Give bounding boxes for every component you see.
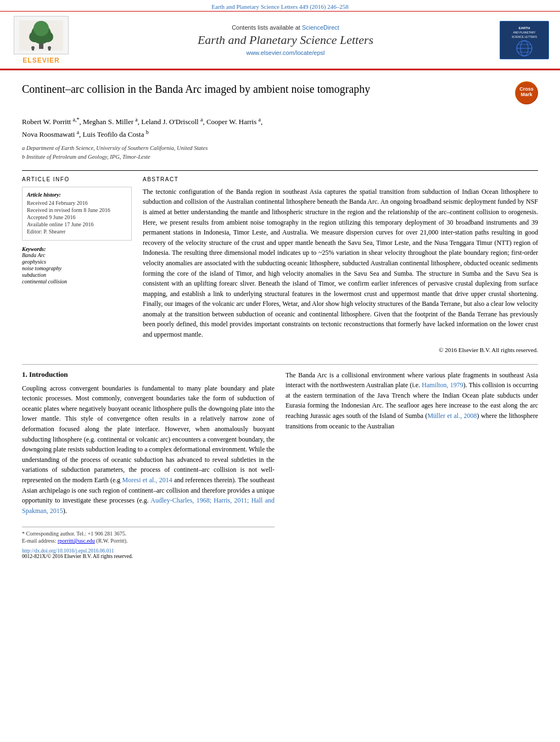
- svg-rect-9: [48, 49, 51, 51]
- journal-title-area: Contents lists available at ScienceDirec…: [82, 24, 489, 56]
- affiliation-b: b Institute of Petroleum and Geology, IP…: [22, 153, 538, 161]
- intro-paragraph-2: The Banda Arc is a collisional environme…: [285, 370, 538, 432]
- keywords-label: Keywords:: [22, 246, 46, 252]
- svg-text:SCIENCE LETTERS: SCIENCE LETTERS: [512, 35, 537, 38]
- article-history-box: Article history: Received 24 February 20…: [22, 187, 132, 241]
- intro-paragraph-1: Coupling across convergent boundaries is…: [22, 383, 275, 516]
- sciencedirect-link[interactable]: ScienceDirect: [302, 24, 339, 31]
- earth-logo: EARTH AND PLANETARY SCIENCE LETTERS: [500, 21, 549, 59]
- editor-line: Editor: P. Shearer: [27, 228, 127, 235]
- main-text-left: 1. Introduction Coupling across converge…: [22, 370, 275, 560]
- article-main-text: 1. Introduction Coupling across converge…: [22, 364, 538, 560]
- svg-text:Cross: Cross: [519, 86, 534, 92]
- contents-list-text: Contents lists available at ScienceDirec…: [82, 24, 489, 31]
- doi-line: http://dx.doi.org/10.1016/j.epsl.2016.06…: [22, 548, 275, 554]
- crossmark-logo: Cross Mark: [515, 81, 538, 104]
- svg-text:EARTH: EARTH: [519, 26, 530, 30]
- journal-title: Earth and Planetary Science Letters: [82, 33, 489, 47]
- svg-point-5: [33, 21, 49, 36]
- affil-super-b: b: [146, 129, 149, 135]
- accepted-date: Accepted 9 June 2016: [27, 214, 127, 220]
- footer-bottom: http://dx.doi.org/10.1016/j.epsl.2016.06…: [22, 548, 275, 559]
- affiliations: a Department of Earth Science, Universit…: [22, 144, 538, 161]
- affil-super-a3: a: [200, 116, 203, 122]
- title-section: Continent–arc collision in the Banda Arc…: [22, 81, 538, 109]
- crossmark-icon: Cross Mark: [515, 81, 538, 104]
- available-date: Available online 17 June 2016: [27, 221, 127, 227]
- keyword-1: Banda Arc: [22, 252, 132, 258]
- article-info-abstract-section: ARTICLE INFO Article history: Received 2…: [22, 170, 538, 353]
- affil-super-a5: a: [77, 129, 79, 135]
- ref-hamilton[interactable]: Hamilton, 1979: [422, 381, 463, 389]
- affiliation-a: a Department of Earth Science, Universit…: [22, 144, 538, 153]
- keyword-2: geophysics: [22, 259, 132, 265]
- article-title: Continent–arc collision in the Banda Arc…: [22, 81, 504, 97]
- svg-text:AND PLANETARY: AND PLANETARY: [513, 31, 536, 34]
- affil-super-a2: a: [135, 116, 137, 122]
- abstract-text: The tectonic configuration of the Banda …: [143, 187, 538, 340]
- keyword-3: noise tomography: [22, 265, 132, 271]
- earth-logo-svg: EARTH AND PLANETARY SCIENCE LETTERS: [502, 23, 546, 58]
- issn-line: 0012-821X/© 2016 Elsevier B.V. All right…: [22, 554, 275, 559]
- email-link[interactable]: rporritt@usc.edu: [58, 538, 95, 544]
- copyright-line: © 2016 Elsevier B.V. All rights reserved…: [143, 347, 538, 353]
- footnote-email: E-mail address: rporritt@usc.edu (R.W. P…: [22, 538, 275, 544]
- revised-date: Received in revised form 8 June 2016: [27, 207, 127, 213]
- doi-link[interactable]: http://dx.doi.org/10.1016/j.epsl.2016.06…: [22, 548, 114, 554]
- main-text-right: The Banda Arc is a collisional environme…: [285, 370, 538, 560]
- ref-audley[interactable]: Audley-Charles, 1968; Harris, 2011; Hall…: [22, 496, 275, 515]
- keyword-5: continental collision: [22, 278, 132, 284]
- elsevier-brand-text: ELSEVIER: [23, 57, 59, 64]
- received-date: Received 24 February 2016: [27, 200, 127, 206]
- article-info-heading: ARTICLE INFO: [22, 176, 132, 182]
- affil-super-a: a,*: [72, 116, 79, 122]
- authors-line: Robert W. Porritt a,*, Meghan S. Miller …: [22, 115, 538, 141]
- footnote-area: * Corresponding author. Tel.: +1 906 281…: [22, 527, 275, 544]
- svg-rect-7: [32, 49, 34, 51]
- journal-url[interactable]: www.elsevier.com/locate/epsl: [82, 49, 489, 56]
- article-body: Continent–arc collision in the Banda Arc…: [0, 70, 560, 570]
- journal-header: ELSEVIER Contents lists available at Sci…: [0, 12, 560, 70]
- footnote-corresponding: * Corresponding author. Tel.: +1 906 281…: [22, 531, 275, 537]
- elsevier-logo-container: ELSEVIER: [11, 16, 71, 64]
- keyword-4: subduction: [22, 272, 132, 278]
- article-info-column: ARTICLE INFO Article history: Received 2…: [22, 176, 132, 353]
- history-label: Article history:: [27, 192, 127, 198]
- ref-muller[interactable]: Müller et al., 2008: [427, 412, 477, 420]
- elsevier-emblem: [14, 16, 69, 54]
- svg-text:Mark: Mark: [520, 92, 533, 97]
- ref-moresi[interactable]: Moresi et al., 2014: [122, 476, 172, 484]
- journal-citation-bar: Earth and Planetary Science Letters 449 …: [0, 0, 560, 12]
- elsevier-tree-icon: [19, 20, 63, 51]
- abstract-heading: ABSTRACT: [143, 176, 538, 182]
- abstract-column: ABSTRACT The tectonic configuration of t…: [143, 176, 538, 353]
- intro-section-title: 1. Introduction: [22, 370, 275, 379]
- affil-super-a4: a: [259, 116, 261, 122]
- keywords-section: Keywords: Banda Arc geophysics noise tom…: [22, 246, 132, 284]
